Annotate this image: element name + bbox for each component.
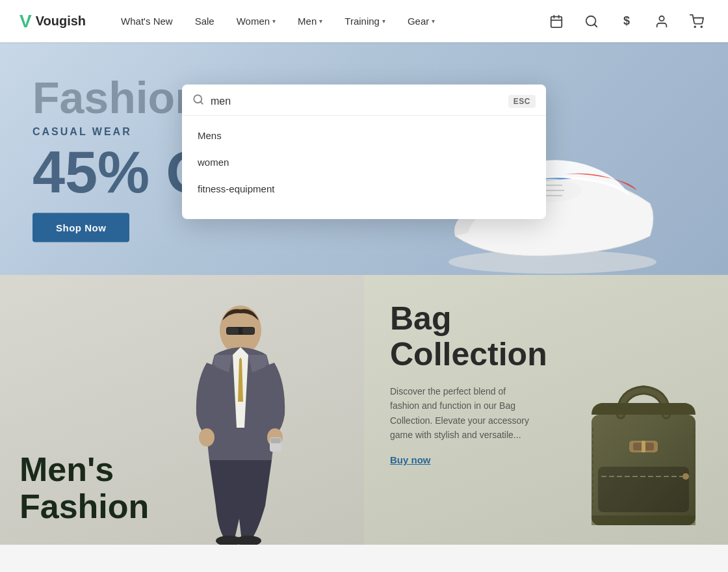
logo[interactable]: V Vougish xyxy=(20,11,86,32)
nav-item-training[interactable]: Training ▾ xyxy=(335,10,395,32)
svg-line-5 xyxy=(594,24,597,27)
svg-point-33 xyxy=(682,473,689,480)
svg-point-6 xyxy=(659,16,664,20)
bag-collection-title: Bag Collection xyxy=(390,301,702,372)
nav-item-gear[interactable]: Gear ▾ xyxy=(398,10,444,32)
shop-now-button[interactable]: Shop Now xyxy=(32,213,129,242)
svg-point-7 xyxy=(694,26,696,27)
calendar-icon[interactable] xyxy=(545,10,568,33)
bag-svg xyxy=(578,376,708,538)
mens-fashion-text: Men's Fashion xyxy=(20,451,149,525)
svg-rect-36 xyxy=(592,515,696,525)
chevron-down-icon: ▾ xyxy=(382,18,385,25)
svg-rect-0 xyxy=(551,16,562,27)
account-icon[interactable] xyxy=(650,10,673,33)
bag-collection-panel: Bag Collection Discover the perfect blen… xyxy=(364,275,728,545)
mens-fashion-title: Men's Fashion xyxy=(20,451,149,525)
chevron-down-icon: ▾ xyxy=(319,18,322,25)
hero-banner: Fashion CASUAL WEAR 45% OFF Shop Now xyxy=(0,42,728,275)
navbar: V Vougish What's New Sale Women ▾ Men ▾ … xyxy=(0,0,728,42)
svg-point-8 xyxy=(701,26,702,27)
chevron-down-icon: ▾ xyxy=(272,18,276,25)
esc-badge[interactable]: ESC xyxy=(508,95,536,108)
svg-rect-30 xyxy=(642,441,645,452)
svg-point-25 xyxy=(235,536,261,545)
nav-item-sale[interactable]: Sale xyxy=(186,10,224,32)
man-svg xyxy=(176,298,306,545)
search-icon[interactable] xyxy=(580,10,603,33)
logo-v-letter: V xyxy=(20,11,32,32)
cart-icon[interactable] xyxy=(685,10,708,33)
chevron-down-icon: ▾ xyxy=(432,18,435,25)
search-icon-inline xyxy=(192,94,204,109)
svg-rect-18 xyxy=(227,328,239,334)
search-input-row: ESC xyxy=(182,84,546,116)
mens-fashion-panel: Men's Fashion xyxy=(0,275,364,545)
nav-item-women[interactable]: Women ▾ xyxy=(228,10,285,32)
nav-links: What's New Sale Women ▾ Men ▾ Training ▾… xyxy=(112,10,545,32)
search-input[interactable] xyxy=(211,96,502,107)
svg-line-15 xyxy=(200,101,202,103)
svg-rect-19 xyxy=(242,328,254,334)
search-overlay: ESC Mens women fitness-equipment xyxy=(182,84,546,219)
nav-item-men[interactable]: Men ▾ xyxy=(289,10,332,32)
nav-item-whats-new[interactable]: What's New xyxy=(112,10,182,32)
nav-icon-group: $ xyxy=(545,10,708,33)
suggestion-fitness[interactable]: fitness-equipment xyxy=(182,176,546,202)
suggestion-women[interactable]: women xyxy=(182,149,546,176)
buy-now-link[interactable]: Buy now xyxy=(390,454,431,465)
bag-image xyxy=(578,376,708,532)
search-suggestions: Mens women fitness-equipment xyxy=(182,116,546,209)
section-row: Men's Fashion xyxy=(0,275,728,545)
man-figure xyxy=(169,298,312,545)
svg-rect-23 xyxy=(270,438,281,443)
svg-rect-31 xyxy=(598,467,689,512)
bag-description: Discover the perfect blend of fashion an… xyxy=(390,384,533,443)
currency-icon[interactable]: $ xyxy=(615,10,638,33)
suggestion-mens[interactable]: Mens xyxy=(182,122,546,149)
svg-point-20 xyxy=(199,428,214,447)
logo-wordmark: Vougish xyxy=(36,14,86,29)
